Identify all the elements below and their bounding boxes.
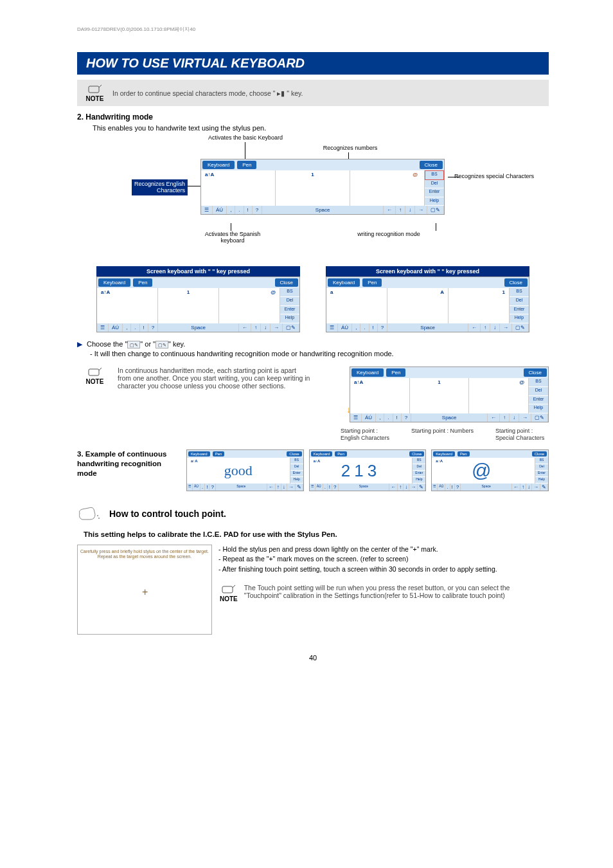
del-button[interactable]: Del [413,464,425,471]
arrow-up-icon[interactable]: ↑ [520,484,526,491]
enter-button[interactable]: Enter [510,306,529,315]
del-button[interactable]: Del [535,464,548,471]
grid-icon[interactable]: ☰ [310,484,315,491]
arrow-down-icon[interactable]: ↓ [404,484,409,491]
space-key[interactable]: Space [411,413,488,422]
keyboard-tab[interactable]: Keyboard [202,161,235,169]
key-excl[interactable]: ! [205,484,209,491]
enter-button[interactable]: Enter [413,471,425,477]
au-key[interactable]: ÁÚ [193,484,200,491]
close-button[interactable]: Close [409,451,424,457]
grid-icon[interactable]: ☰ [187,484,193,491]
au-key[interactable]: ÁÚ [315,484,323,491]
key-qm[interactable]: ? [209,484,215,491]
bs-button[interactable]: BS [510,288,529,297]
bs-button[interactable]: BS [280,288,299,297]
keyboard-tab[interactable]: Keyboard [328,278,360,287]
close-button[interactable]: Close [287,451,301,457]
mode-toggle-icon[interactable]: ✎ [296,484,303,491]
mode-toggle-icon[interactable]: ✎ [418,484,425,491]
enter-button[interactable]: Enter [280,306,299,315]
keyboard-tab[interactable]: Keyboard [351,368,384,377]
close-button[interactable]: Close [275,278,298,287]
arrow-right-icon[interactable]: → [271,323,283,332]
arrow-right-icon[interactable]: → [287,484,296,491]
keyboard-tab[interactable]: Keyboard [433,451,455,457]
arrow-left-icon[interactable]: ← [512,484,520,491]
arrow-up-icon[interactable]: ↑ [251,323,261,332]
help-button[interactable]: Help [425,197,444,206]
arrow-right-icon[interactable]: → [532,484,540,491]
key-excl[interactable]: ! [328,484,332,491]
key-qm[interactable]: ? [378,323,387,332]
arrow-up-icon[interactable]: ↑ [500,413,510,422]
help-button[interactable]: Help [413,477,425,484]
key-comma[interactable]: , [123,323,131,332]
key-comma[interactable]: , [352,323,360,332]
arrow-down-icon[interactable]: ↓ [405,206,415,214]
help-button[interactable]: Help [529,404,548,413]
key-excl[interactable]: ! [244,206,253,214]
close-button[interactable]: Close [532,451,547,457]
bs-button[interactable]: BS [425,170,444,180]
arrow-right-icon[interactable]: → [409,484,418,491]
grid-icon[interactable]: ☰ [201,206,213,214]
arrow-down-icon[interactable]: ↓ [510,413,519,422]
mode-toggle-icon[interactable]: ▢✎ [283,323,299,332]
arrow-down-icon[interactable]: ↓ [281,484,287,491]
arrow-right-icon[interactable]: → [415,206,427,214]
grid-icon[interactable]: ☰ [326,323,338,332]
bs-button[interactable]: BS [290,458,303,464]
arrow-left-icon[interactable]: ← [267,484,276,491]
key-comma[interactable]: , [227,206,235,214]
del-button[interactable]: Del [529,387,548,396]
keyboard-tab[interactable]: Keyboard [98,278,130,287]
space-key[interactable]: Space [216,484,267,491]
arrow-up-icon[interactable]: ↑ [396,206,405,214]
close-button[interactable]: Close [504,278,528,287]
help-button[interactable]: Help [290,477,303,484]
key-qm[interactable]: ? [332,484,338,491]
key-period[interactable]: . [384,413,393,422]
key-excl[interactable]: ! [450,484,455,491]
key-period[interactable]: . [131,323,139,332]
arrow-left-icon[interactable]: ← [239,323,251,332]
key-qm[interactable]: ? [148,323,158,332]
pen-tab[interactable]: Pen [362,278,382,287]
key-excl[interactable]: ! [393,413,402,422]
key-comma[interactable]: , [376,413,384,422]
keyboard-tab[interactable]: Keyboard [188,451,210,457]
space-key[interactable]: Space [339,484,390,491]
grid-icon[interactable]: ☰ [432,484,438,491]
key-period[interactable]: . [323,484,328,491]
enter-button[interactable]: Enter [290,471,303,477]
arrow-down-icon[interactable]: ↓ [261,323,271,332]
help-button[interactable]: Help [510,314,529,323]
arrow-down-icon[interactable]: ↓ [526,484,532,491]
mode-toggle-icon[interactable]: ✎ [540,484,548,491]
key-period[interactable]: . [235,206,244,214]
del-button[interactable]: Del [425,180,444,189]
arrow-right-icon[interactable]: → [500,323,512,332]
mode-toggle-icon[interactable]: ▢✎ [512,323,529,332]
bs-button[interactable]: BS [535,458,548,464]
au-key[interactable]: ÁÚ [338,323,352,332]
enter-button[interactable]: Enter [535,471,548,477]
arrow-left-icon[interactable]: ← [488,413,500,422]
arrow-up-icon[interactable]: ↑ [276,484,281,491]
pen-tab[interactable]: Pen [458,451,470,457]
key-excl[interactable]: ! [369,323,378,332]
close-button[interactable]: Close [420,161,443,169]
arrow-up-icon[interactable]: ↑ [398,484,404,491]
help-button[interactable]: Help [280,314,299,323]
enter-button[interactable]: Enter [529,396,548,405]
mode-toggle-icon[interactable]: ▢✎ [531,413,548,422]
key-period[interactable]: . [445,484,450,491]
key-period[interactable]: . [200,484,205,491]
arrow-up-icon[interactable]: ↑ [481,323,490,332]
pen-tab[interactable]: Pen [133,278,152,287]
pen-tab[interactable]: Pen [335,451,347,457]
help-button[interactable]: Help [535,477,548,484]
arrow-left-icon[interactable]: ← [384,206,396,214]
key-excl[interactable]: ! [140,323,148,332]
